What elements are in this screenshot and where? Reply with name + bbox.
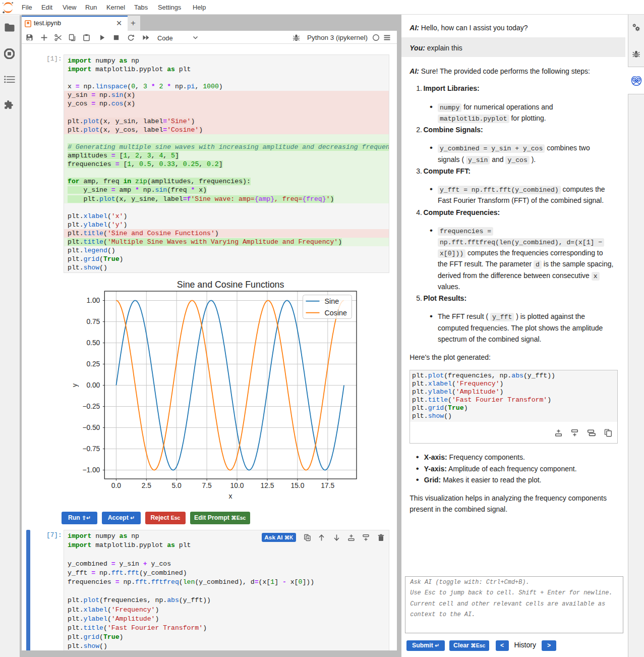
svg-text:15.0: 15.0 (290, 482, 304, 489)
svg-text:0.25: 0.25 (86, 360, 100, 368)
svg-text:1.00: 1.00 (86, 297, 100, 304)
svg-text:x: x (229, 492, 232, 500)
svg-text:0.0: 0.0 (111, 482, 122, 489)
svg-text:17.5: 17.5 (321, 482, 334, 489)
svg-text:−1.00: −1.00 (82, 466, 100, 474)
svg-text:5.0: 5.0 (172, 482, 182, 489)
svg-text:0.50: 0.50 (86, 339, 100, 347)
svg-text:Cosine: Cosine (325, 309, 347, 317)
svg-text:0.75: 0.75 (86, 318, 100, 325)
svg-text:10.0: 10.0 (230, 482, 244, 489)
svg-text:−0.75: −0.75 (82, 445, 100, 453)
svg-text:−0.25: −0.25 (82, 403, 100, 410)
svg-text:y: y (71, 384, 79, 387)
svg-text:Sine and Cosine Functions: Sine and Cosine Functions (177, 280, 284, 290)
svg-text:Sine: Sine (325, 297, 339, 305)
svg-text:0.00: 0.00 (86, 381, 100, 389)
svg-text:7.5: 7.5 (202, 482, 212, 489)
svg-text:−0.50: −0.50 (82, 424, 100, 431)
svg-text:12.5: 12.5 (261, 482, 274, 489)
svg-text:2.5: 2.5 (142, 482, 152, 489)
